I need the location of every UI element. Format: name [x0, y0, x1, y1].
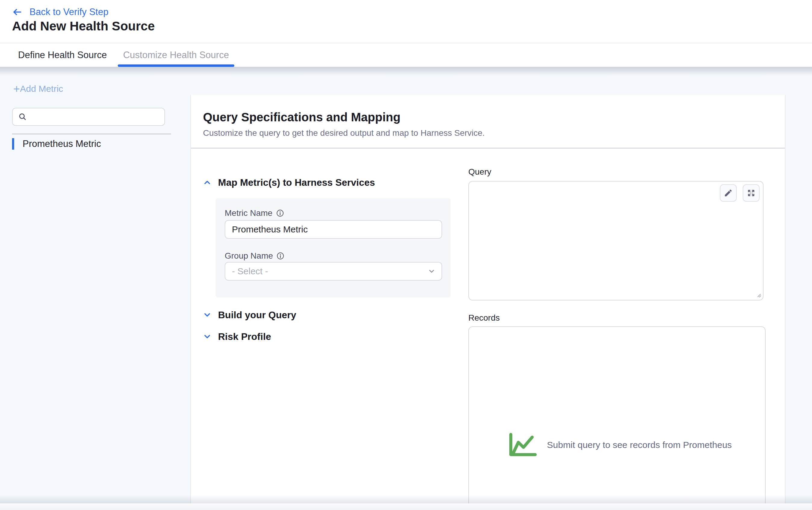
tab-bar: Define Health Source Customize Health So…	[0, 43, 812, 67]
tab-customize-label: Customize Health Source	[123, 50, 229, 61]
add-health-source-screen: Back to Verify Step Add New Health Sourc…	[0, 0, 812, 510]
add-metric-button[interactable]: + Add Metric	[13, 83, 63, 94]
search-icon	[18, 112, 27, 121]
query-editor	[468, 181, 763, 300]
back-label: Back to Verify Step	[30, 7, 109, 18]
textarea-resize-handle[interactable]	[755, 292, 762, 298]
section-risk-profile-toggle[interactable]: Risk Profile	[203, 331, 271, 342]
page-title: Add New Health Source	[12, 19, 155, 34]
metric-list-item-prometheus[interactable]: Prometheus Metric	[12, 138, 181, 150]
panel-subtitle: Customize the query to get the desired o…	[203, 128, 485, 138]
pencil-icon	[724, 188, 733, 198]
tab-customize-health-source[interactable]: Customize Health Source	[118, 43, 235, 67]
group-name-placeholder: - Select -	[225, 266, 428, 276]
header: Back to Verify Step Add New Health Sourc…	[0, 0, 812, 67]
add-metric-label: Add Metric	[20, 84, 63, 94]
query-specifications-panel: Query Specifications and Mapping Customi…	[190, 95, 785, 510]
query-textarea[interactable]	[468, 181, 763, 300]
metric-search-box	[12, 108, 165, 126]
section-map-metrics-toggle[interactable]: Map Metric(s) to Harness Services	[203, 177, 375, 188]
info-icon[interactable]	[276, 209, 284, 217]
panel-title: Query Specifications and Mapping	[203, 110, 485, 124]
active-tab-underline	[118, 64, 235, 67]
group-name-select[interactable]: - Select -	[225, 262, 442, 280]
tab-define-health-source[interactable]: Define Health Source	[12, 43, 113, 67]
group-name-label: Group Name	[225, 251, 273, 261]
metric-mapping-card: Metric Name Group Name	[216, 198, 451, 297]
panel-divider	[191, 148, 785, 148]
panel-header: Query Specifications and Mapping Customi…	[203, 110, 485, 138]
back-button[interactable]: Back to Verify Step	[12, 6, 109, 18]
metric-item-label: Prometheus Metric	[23, 139, 101, 149]
records-empty-state: Submit query to see records from Prometh…	[508, 432, 732, 458]
info-icon[interactable]	[277, 252, 284, 260]
sidebar-divider	[12, 134, 171, 134]
tab-define-label: Define Health Source	[18, 50, 107, 61]
records-empty-message: Submit query to see records from Prometh…	[547, 440, 732, 450]
chevron-up-icon	[203, 178, 211, 187]
metric-name-input[interactable]	[225, 220, 442, 239]
chevron-down-icon	[428, 267, 436, 275]
chevron-down-icon	[203, 332, 211, 341]
line-chart-icon	[508, 432, 537, 458]
section-risk-profile-label: Risk Profile	[218, 331, 271, 342]
fullscreen-query-button[interactable]	[743, 184, 760, 202]
query-label: Query	[468, 167, 491, 177]
metric-name-label: Metric Name	[225, 208, 272, 218]
edit-query-button[interactable]	[720, 184, 737, 202]
plus-icon: +	[13, 83, 20, 94]
section-build-query-label: Build your Query	[218, 309, 296, 321]
records-box: Submit query to see records from Prometh…	[468, 326, 765, 507]
footer-strip	[0, 503, 812, 510]
selected-indicator-bar	[12, 138, 14, 150]
metric-search-input[interactable]	[27, 112, 165, 122]
arrow-left-icon	[12, 7, 22, 17]
group-name-label-row: Group Name	[225, 251, 284, 261]
section-map-metrics-label: Map Metric(s) to Harness Services	[218, 177, 375, 188]
expand-arrows-icon	[747, 188, 756, 198]
chevron-down-icon	[203, 311, 211, 319]
metric-name-label-row: Metric Name	[225, 208, 284, 218]
records-label: Records	[468, 313, 500, 323]
section-build-query-toggle[interactable]: Build your Query	[203, 309, 296, 321]
